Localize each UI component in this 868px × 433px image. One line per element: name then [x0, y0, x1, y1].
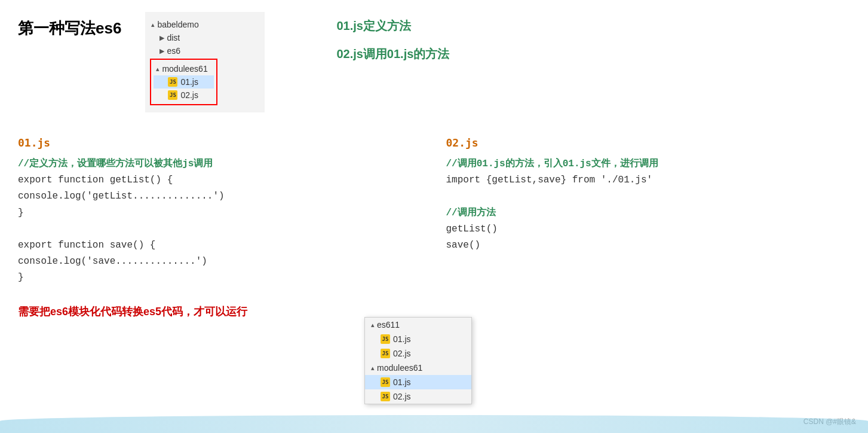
- tree-folder-babeldemo: babeldemo: [157, 20, 198, 29]
- dropdown-arrow-modulees61: ▴: [371, 364, 375, 372]
- title-01js: 01.js定义方法: [336, 18, 449, 34]
- dropdown-item-01js-b[interactable]: JS 01.js: [365, 375, 471, 389]
- dropdown-item-es611[interactable]: ▴ es611: [365, 318, 471, 332]
- right-code-block: //调用01.js的方法，引入01.js文件，进行调用 import {getL…: [446, 156, 851, 254]
- dropdown-file-02js-a: 02.js: [393, 349, 411, 358]
- js-icon-01: JS: [168, 77, 177, 87]
- dropdown-folder-es611: es611: [377, 320, 400, 330]
- tree-item-dist[interactable]: ▶ dist: [145, 31, 265, 44]
- tree-folder-dist: dist: [167, 33, 180, 42]
- dropdown-folder-modulees61: modulees61: [377, 363, 422, 373]
- left-code2c: }: [18, 270, 422, 286]
- tree-arrow-root: ▴: [151, 21, 155, 29]
- tree-arrow-dist: ▶: [160, 34, 164, 42]
- js-icon-d4: JS: [381, 392, 390, 401]
- left-comment1: //定义方法，设置哪些方法可以被其他js调用: [18, 156, 422, 172]
- top-section: 第一种写法es6 ▴ babeldemo ▶ dist ▶ es6 ▴ modu…: [0, 0, 868, 118]
- left-code1a: export function getList() {: [18, 172, 422, 188]
- title-02js: 02.js调用01.js的方法: [336, 46, 449, 62]
- dropdown-file-01js-b: 01.js: [393, 377, 411, 387]
- tree-root[interactable]: ▴ babeldemo: [145, 18, 265, 31]
- right-code-panel: 02.js //调用01.js的方法，引入01.js文件，进行调用 import…: [446, 136, 851, 319]
- dropdown-item-01js-a[interactable]: JS 01.js: [365, 332, 471, 346]
- bottom-section: 01.js //定义方法，设置哪些方法可以被其他js调用 export func…: [0, 124, 868, 331]
- js-icon-d2: JS: [381, 349, 390, 358]
- tree-folder-modulees61: modulees61: [162, 64, 207, 74]
- js-icon-d1: JS: [381, 334, 390, 344]
- dropdown-item-02js-a[interactable]: JS 02.js: [365, 346, 471, 361]
- tree-arrow-es6: ▶: [160, 47, 164, 55]
- tree-file-01js: 01.js: [180, 77, 198, 87]
- wave-decoration: [0, 415, 868, 433]
- tree-item-01js[interactable]: JS 01.js: [154, 75, 213, 89]
- right-panel-label: 02.js: [446, 136, 851, 149]
- left-code2a: export function save() {: [18, 237, 422, 254]
- dropdown-popup: ▴ es611 JS 01.js JS 02.js ▴ modulees61 J…: [364, 317, 472, 404]
- right-code1: import {getList,save} from './01.js': [446, 172, 851, 188]
- tree-folder-es6: es6: [167, 46, 180, 56]
- tree-arrow-modulees61: ▴: [156, 65, 160, 73]
- left-code1b: console.log('getList..............'): [18, 188, 422, 205]
- file-tree: ▴ babeldemo ▶ dist ▶ es6 ▴ modulees61 JS…: [145, 12, 265, 112]
- page-title: 第一种写法es6: [18, 18, 121, 39]
- note-text: 需要把es6模块化代码转换es5代码，才可以运行: [18, 304, 422, 319]
- left-code-panel: 01.js //定义方法，设置哪些方法可以被其他js调用 export func…: [18, 136, 422, 319]
- dropdown-arrow-es611: ▴: [371, 321, 375, 329]
- tree-item-modulees61[interactable]: ▴ modulees61: [154, 62, 213, 75]
- js-icon-02: JS: [168, 90, 177, 100]
- dropdown-file-02js-b: 02.js: [393, 392, 411, 401]
- left-panel-label: 01.js: [18, 136, 422, 149]
- dropdown-item-02js-b[interactable]: JS 02.js: [365, 389, 471, 404]
- js-icon-d3: JS: [381, 377, 390, 387]
- right-comment1: //调用01.js的方法，引入01.js文件，进行调用: [446, 156, 851, 172]
- right-titles: 01.js定义方法 02.js调用01.js的方法: [336, 18, 449, 62]
- left-code1c: }: [18, 205, 422, 221]
- dropdown-item-modulees61[interactable]: ▴ modulees61: [365, 361, 471, 375]
- tree-item-es6[interactable]: ▶ es6: [145, 44, 265, 57]
- right-code2b: save(): [446, 237, 851, 254]
- right-comment2: //调用方法: [446, 205, 851, 221]
- left-code2b: console.log('save..............'): [18, 254, 422, 270]
- left-code-block: //定义方法，设置哪些方法可以被其他js调用 export function g…: [18, 156, 422, 286]
- right-code2a: getList(): [446, 221, 851, 237]
- dropdown-file-01js-a: 01.js: [393, 334, 411, 344]
- tree-file-02js: 02.js: [180, 90, 198, 100]
- tree-item-02js[interactable]: JS 02.js: [154, 89, 213, 102]
